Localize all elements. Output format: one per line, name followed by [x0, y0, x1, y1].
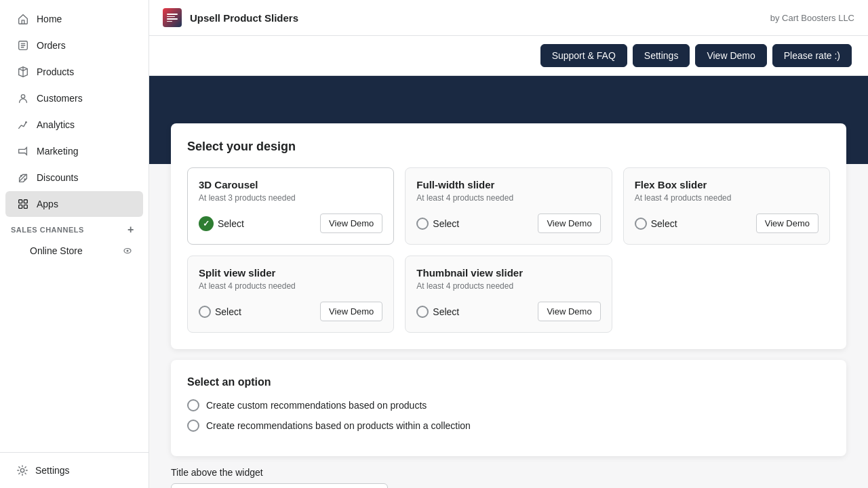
sidebar-item-orders[interactable]: Orders [5, 33, 143, 58]
card-3d-carousel-select[interactable]: Select [199, 216, 244, 231]
marketing-icon [16, 144, 30, 158]
sidebar-item-apps-label: Apps [37, 199, 58, 209]
svg-rect-6 [24, 200, 27, 203]
radio-unselected-icon [635, 218, 647, 230]
sidebar-item-orders-label: Orders [37, 40, 66, 51]
customers-icon [16, 92, 30, 105]
cards-grid-row2: Split view slider At least 4 products ne… [187, 256, 830, 333]
card-split-view-slider-select[interactable]: Select [199, 306, 241, 318]
card-3d-carousel-subtitle: At least 3 products needed [199, 193, 382, 203]
card-split-view-slider-title: Split view slider [199, 267, 382, 279]
card-full-width-slider-actions: Select View Demo [416, 214, 600, 233]
options-title: Select an option [187, 376, 830, 388]
option-radio-custom [187, 399, 199, 411]
analytics-icon [16, 118, 30, 131]
title-above-widget-label: Title above the widget [171, 467, 846, 478]
add-sales-channel-button[interactable]: + [124, 223, 138, 237]
radio-unselected-icon [416, 218, 429, 230]
card-full-width-slider: Full-width slider At least 4 products ne… [405, 167, 612, 245]
options-section: Select an option Create custom recommend… [171, 360, 846, 456]
card-flex-box-slider-select[interactable]: Select [635, 218, 677, 230]
title-above-widget-input[interactable] [171, 483, 388, 488]
radio-selected-icon [199, 216, 214, 231]
svg-point-1 [21, 95, 24, 98]
sidebar-item-home-label: Home [37, 14, 62, 24]
sidebar-item-customers[interactable]: Customers [5, 85, 143, 111]
sidebar-item-online-store[interactable]: Online Store [5, 240, 143, 262]
radio-unselected-icon [199, 306, 211, 318]
svg-rect-8 [24, 205, 27, 208]
option-custom-recommendations[interactable]: Create custom recommendations based on p… [187, 399, 830, 411]
card-thumbnail-view-slider: Thumbnail view slider At least 4 product… [405, 256, 612, 333]
svg-point-11 [20, 468, 24, 472]
sidebar-item-discounts-label: Discounts [37, 172, 78, 183]
view-demo-button[interactable]: View Demo [695, 44, 766, 67]
sidebar-item-discounts[interactable]: Discounts [5, 165, 143, 190]
card-flex-box-slider-view-demo[interactable]: View Demo [756, 214, 818, 233]
design-section-title: Select your design [187, 140, 830, 154]
svg-rect-5 [19, 200, 22, 203]
card-thumbnail-view-slider-subtitle: At least 4 products needed [416, 281, 600, 291]
by-label: by Cart Boosters LLC [770, 13, 854, 23]
settings-button[interactable]: Settings [633, 44, 690, 67]
sidebar-item-products[interactable]: Products [5, 59, 143, 85]
card-flex-box-slider-subtitle: At least 4 products needed [635, 193, 818, 203]
card-3d-carousel-view-demo[interactable]: View Demo [320, 214, 382, 233]
card-thumbnail-view-slider-title: Thumbnail view slider [416, 267, 600, 279]
svg-rect-7 [19, 205, 22, 208]
card-3d-carousel-title: 3D Carousel [199, 179, 382, 190]
card-flex-box-slider: Flex Box slider At least 4 products need… [623, 167, 830, 245]
sidebar-item-analytics[interactable]: Analytics [5, 112, 143, 138]
card-full-width-slider-view-demo[interactable]: View Demo [538, 214, 600, 233]
sidebar-item-marketing[interactable]: Marketing [5, 138, 143, 164]
card-flex-box-slider-title: Flex Box slider [635, 179, 818, 190]
eye-icon [123, 246, 132, 256]
option-radio-collection [187, 420, 199, 432]
support-faq-button[interactable]: Support & FAQ [540, 44, 627, 67]
sidebar-item-products-label: Products [37, 66, 74, 77]
discounts-icon [16, 171, 30, 184]
svg-point-2 [25, 121, 27, 123]
settings-label: Settings [35, 465, 70, 476]
card-split-view-slider-view-demo[interactable]: View Demo [320, 302, 382, 321]
option-collection-label: Create recommendations based on products… [206, 420, 471, 431]
radio-unselected-icon [416, 306, 429, 318]
card-split-view-slider-actions: Select View Demo [199, 302, 382, 321]
home-icon [16, 12, 30, 26]
card-full-width-slider-subtitle: At least 4 products needed [416, 193, 600, 203]
content-area: Select your design 3D Carousel At least … [149, 76, 868, 488]
card-split-view-slider: Split view slider At least 4 products ne… [187, 256, 394, 333]
title-section: Title above the widget [171, 467, 846, 488]
sidebar-item-analytics-label: Analytics [37, 119, 75, 130]
sales-channels-section: SALES CHANNELS + [0, 218, 149, 239]
settings-icon [16, 464, 28, 476]
sidebar-nav: Home Orders Products [0, 0, 149, 452]
card-thumbnail-view-slider-actions: Select View Demo [416, 302, 600, 321]
sidebar-item-home[interactable]: Home [5, 6, 143, 32]
cards-grid-row1: 3D Carousel At least 3 products needed S… [187, 167, 830, 245]
card-thumbnail-view-slider-view-demo[interactable]: View Demo [538, 302, 600, 321]
please-rate-button[interactable]: Please rate :) [772, 44, 852, 67]
option-collection-recommendations[interactable]: Create recommendations based on products… [187, 420, 830, 432]
products-icon [16, 65, 30, 79]
app-title: Upsell Product Sliders [190, 12, 762, 24]
card-full-width-slider-title: Full-width slider [416, 179, 600, 190]
card-flex-box-slider-actions: Select View Demo [635, 214, 818, 233]
sidebar-bottom: Settings [0, 452, 149, 488]
sidebar: Home Orders Products [0, 0, 149, 488]
main-content: Upsell Product Sliders by Cart Boosters … [149, 0, 868, 488]
sidebar-item-apps[interactable]: Apps [5, 191, 143, 217]
orders-icon [16, 39, 30, 52]
card-split-view-slider-subtitle: At least 4 products needed [199, 281, 382, 291]
sidebar-item-settings[interactable]: Settings [5, 458, 143, 483]
app-logo [163, 8, 182, 27]
card-thumbnail-view-slider-select[interactable]: Select [416, 306, 459, 318]
topbar: Upsell Product Sliders by Cart Boosters … [149, 0, 868, 36]
design-section: Select your design 3D Carousel At least … [171, 123, 846, 349]
card-full-width-slider-select[interactable]: Select [416, 218, 459, 230]
card-3d-carousel-actions: Select View Demo [199, 214, 382, 233]
apps-icon [16, 197, 30, 211]
svg-point-10 [127, 250, 129, 252]
action-bar: Support & FAQ Settings View Demo Please … [149, 36, 868, 76]
option-custom-label: Create custom recommendations based on p… [206, 400, 427, 411]
